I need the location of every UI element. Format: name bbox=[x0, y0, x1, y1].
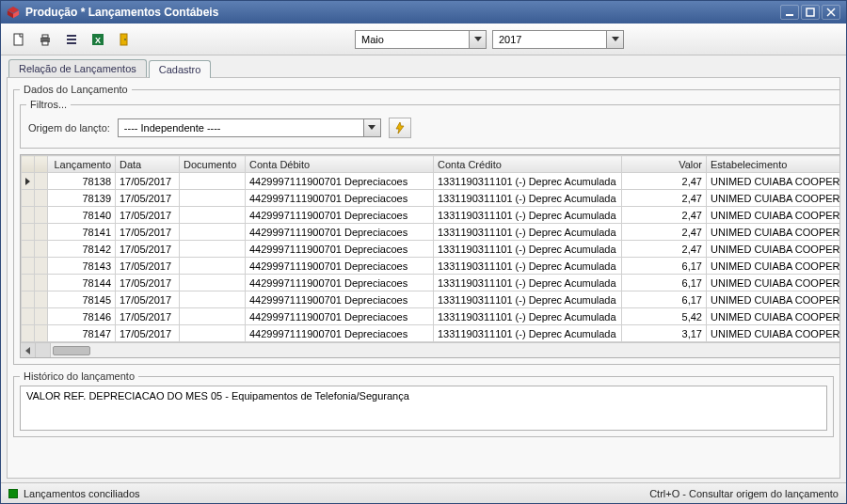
col-lancamento[interactable]: Lançamento bbox=[48, 156, 116, 173]
cell-data: 17/05/2017 bbox=[116, 308, 180, 325]
list-icon bbox=[64, 32, 79, 47]
col-data[interactable]: Data bbox=[116, 156, 180, 173]
grid-header-row: Lançamento Data Documento Conta Débito C… bbox=[22, 156, 840, 173]
tabstrip: Relação de Lançamentos Cadastro bbox=[1, 55, 846, 77]
tab-cadastro[interactable]: Cadastro bbox=[149, 60, 212, 78]
cell-documento bbox=[180, 308, 246, 325]
svg-rect-10 bbox=[42, 41, 48, 45]
svg-marker-21 bbox=[396, 122, 404, 134]
cell-conta-debito: 4429997111900701 Depreciacoes bbox=[246, 224, 434, 241]
cell-documento bbox=[180, 173, 246, 190]
printer-icon bbox=[38, 32, 53, 47]
cell-valor: 5,42 bbox=[622, 308, 707, 325]
cell-conta-debito: 4429997111900701 Depreciacoes bbox=[246, 291, 434, 308]
dados-lancamento-legend: Dados do Lançamento bbox=[20, 84, 132, 95]
cell-data: 17/05/2017 bbox=[116, 291, 180, 308]
minimize-button[interactable] bbox=[780, 5, 799, 20]
scroll-thumb-start[interactable] bbox=[36, 343, 51, 357]
cell-estabelecimento: UNIMED CUIABA COOPERAT bbox=[707, 308, 840, 325]
cell-lancamento: 78142 bbox=[48, 241, 116, 258]
lancamentos-grid[interactable]: Lançamento Data Documento Conta Débito C… bbox=[20, 154, 840, 358]
col-conta-debito[interactable]: Conta Débito bbox=[246, 156, 434, 173]
row-marker-header bbox=[35, 156, 48, 173]
cell-documento bbox=[180, 224, 246, 241]
svg-text:X: X bbox=[95, 36, 101, 45]
svg-marker-20 bbox=[368, 125, 376, 130]
table-row[interactable]: 7814017/05/20174429997111900701 Deprecia… bbox=[22, 207, 840, 224]
cell-lancamento: 78144 bbox=[48, 275, 116, 291]
chevron-down-icon bbox=[469, 31, 486, 48]
print-button[interactable] bbox=[35, 29, 56, 50]
historico-text[interactable]: VALOR REF. DEPRECIACAO DO MES 05 - Equip… bbox=[20, 386, 827, 431]
scroll-thumb[interactable] bbox=[53, 346, 90, 355]
tab-relacao-lancamentos[interactable]: Relação de Lançamentos bbox=[8, 59, 147, 77]
svg-marker-19 bbox=[612, 37, 619, 41]
window-title: Produção * Lançamentos Contábeis bbox=[25, 6, 218, 19]
app-window: Produção * Lançamentos Contábeis X Maio … bbox=[0, 0, 847, 504]
col-documento[interactable]: Documento bbox=[180, 156, 246, 173]
historico-group: Histórico do lançamento VALOR REF. DEPRE… bbox=[13, 370, 834, 437]
cell-lancamento: 78140 bbox=[48, 207, 116, 224]
cell-conta-debito: 4429997111900701 Depreciacoes bbox=[246, 173, 434, 190]
row-marker bbox=[35, 291, 48, 308]
maximize-button[interactable] bbox=[801, 5, 820, 20]
svg-marker-18 bbox=[474, 37, 482, 41]
cell-valor: 2,47 bbox=[622, 224, 707, 241]
cell-conta-credito: 1331190311101 (-) Deprec Acumulada bbox=[434, 241, 622, 258]
cell-documento bbox=[180, 207, 246, 224]
row-indicator bbox=[22, 325, 35, 342]
conciliado-indicator-icon bbox=[8, 489, 18, 498]
cell-documento bbox=[180, 258, 246, 275]
cell-conta-credito: 1331190311101 (-) Deprec Acumulada bbox=[434, 275, 622, 291]
historico-legend: Histórico do lançamento bbox=[20, 370, 138, 382]
cell-conta-debito: 4429997111900701 Depreciacoes bbox=[246, 207, 434, 224]
table-row[interactable]: 7814217/05/20174429997111900701 Deprecia… bbox=[22, 241, 840, 258]
row-marker bbox=[35, 224, 48, 241]
cell-valor: 2,47 bbox=[622, 207, 707, 224]
lightning-icon bbox=[393, 121, 407, 134]
exit-button[interactable] bbox=[114, 29, 135, 50]
col-valor[interactable]: Valor bbox=[622, 156, 707, 173]
export-excel-button[interactable]: X bbox=[88, 29, 108, 50]
row-indicator bbox=[22, 190, 35, 207]
new-button[interactable] bbox=[8, 29, 29, 50]
table-row[interactable]: 7814617/05/20174429997111900701 Deprecia… bbox=[22, 308, 840, 325]
app-icon bbox=[7, 6, 20, 19]
col-conta-credito[interactable]: Conta Crédito bbox=[434, 156, 622, 173]
cell-conta-credito: 1331190311101 (-) Deprec Acumulada bbox=[434, 190, 622, 207]
excel-icon: X bbox=[90, 32, 105, 47]
svg-point-17 bbox=[124, 39, 126, 40]
cell-estabelecimento: UNIMED CUIABA COOPERAT bbox=[707, 258, 840, 275]
cell-estabelecimento: UNIMED CUIABA COOPERAT bbox=[707, 190, 840, 207]
origem-select[interactable]: ---- Independente ---- bbox=[118, 118, 381, 137]
list-button[interactable] bbox=[61, 29, 82, 50]
cell-conta-debito: 4429997111900701 Depreciacoes bbox=[246, 190, 434, 207]
horizontal-scrollbar[interactable] bbox=[21, 342, 840, 357]
close-button[interactable] bbox=[822, 5, 840, 20]
table-row[interactable]: 7813917/05/20174429997111900701 Deprecia… bbox=[22, 190, 840, 207]
table-row[interactable]: 7814117/05/20174429997111900701 Deprecia… bbox=[22, 224, 840, 241]
row-marker bbox=[35, 275, 48, 291]
row-marker bbox=[35, 207, 48, 224]
cell-data: 17/05/2017 bbox=[116, 207, 180, 224]
cell-lancamento: 78138 bbox=[48, 173, 116, 190]
origem-label: Origem do lançto: bbox=[28, 122, 110, 134]
cell-data: 17/05/2017 bbox=[116, 173, 180, 190]
cell-valor: 2,47 bbox=[622, 190, 707, 207]
row-marker bbox=[35, 308, 48, 325]
cell-valor: 2,47 bbox=[622, 173, 707, 190]
month-select[interactable]: Maio bbox=[355, 30, 487, 49]
toolbar: X Maio 2017 bbox=[1, 24, 846, 55]
cell-lancamento: 78139 bbox=[48, 190, 116, 207]
scroll-left-button[interactable] bbox=[21, 343, 36, 357]
table-row[interactable]: 7814517/05/20174429997111900701 Deprecia… bbox=[22, 291, 840, 308]
col-estabelecimento[interactable]: Estabelecimento bbox=[707, 156, 840, 173]
year-select[interactable]: 2017 bbox=[492, 30, 624, 49]
table-row[interactable]: 7814717/05/20174429997111900701 Deprecia… bbox=[22, 325, 840, 342]
cell-estabelecimento: UNIMED CUIABA COOPERAT bbox=[707, 325, 840, 342]
table-row[interactable]: 7813817/05/20174429997111900701 Deprecia… bbox=[22, 173, 840, 190]
run-filter-button[interactable] bbox=[389, 118, 411, 138]
table-row[interactable]: 7814317/05/20174429997111900701 Deprecia… bbox=[22, 258, 840, 275]
table-row[interactable]: 7814417/05/20174429997111900701 Deprecia… bbox=[22, 275, 840, 291]
year-value: 2017 bbox=[493, 34, 606, 45]
